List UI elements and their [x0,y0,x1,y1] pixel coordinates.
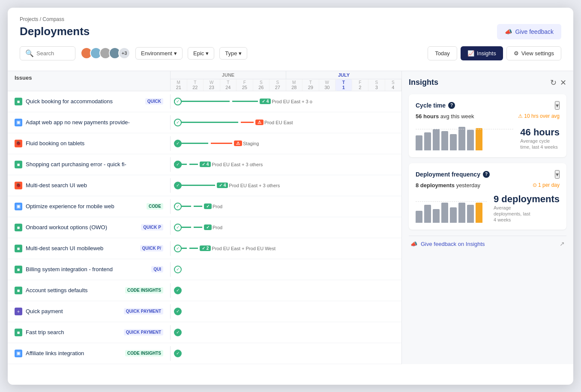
day-cell: F2 [352,79,369,91]
sub-label: Average deployments, last 4 weeks [494,205,532,223]
type-filter[interactable]: Type ▾ [219,47,247,60]
deploy-text: Prod EU East + Prod EU West [212,246,276,251]
view-settings-button[interactable]: ⚙ View settings [506,46,561,60]
chart-icon: 📈 [467,50,474,57]
search-box[interactable]: 🔍 [20,46,75,60]
warning-text: ⊙ 1 per day [533,182,560,188]
check-circle: ✓ [174,182,182,189]
story-icon: ■ [15,329,22,336]
day-cell: W30 [319,79,336,91]
big-number: 46 hours [520,127,560,138]
top-bar: Projects / Compass Deployments 📣 Give fe… [8,8,573,71]
chart-bar [441,203,448,223]
check-circle: ✓ [174,140,182,147]
issue-name: Multi-dest search UI mobileweb [26,245,135,251]
bar-segment [189,164,198,165]
chart-container: 9 deployments Average deployments, last … [416,194,560,223]
card-expand-button[interactable]: ▾ [555,170,560,179]
bar-group [416,125,513,150]
check-circle: ✓ [174,98,182,105]
deploy-text: Prod EU East [264,120,293,125]
issue-name: Onboard workout options (OWO) [26,224,136,230]
insights-header: Insights ↻ ✕ [409,78,566,87]
chart-bars [416,197,487,223]
table-row: ■ Fast trip search QUICK PAYMENT ‹ ✓ [8,322,401,343]
chevron-down-icon: ▾ [206,50,209,57]
table-row: 🐞 Multi-dest search UI web - ‹ ✓ ✓ 4 Pro… [8,175,401,196]
day-cell: T22 [187,79,204,91]
view-settings-label: View settings [521,50,554,57]
table-row: ■ Onboard workout options (OWO) QUICK P … [8,217,401,238]
deploy-tag: ✓ 2 [200,245,211,251]
environment-filter[interactable]: Environment ▾ [135,47,183,60]
bar-cell: ‹ ✓ ✓ ⚠ Prod EU East [171,112,401,133]
bar-cell: ‹ ✓ ✓ ✓ Prod [171,217,401,238]
deploy-tag: ✓ 4 [200,162,211,167]
insights-feedback-row: 📣 Give feedback on Insights ↗ [409,236,566,247]
issue-name: Fast trip search [26,329,119,335]
insights-panel-title: Insights [409,78,438,87]
day-cell: M21 [171,79,187,91]
issue-tag: QUICK PAYMENT [124,308,163,314]
story-icon: ■ [15,287,22,294]
issue-cell: ■ Quick booking for accommodations QUICK [8,94,171,109]
issue-name: Adapt web app no new payments provide- [26,119,163,126]
today-button[interactable]: Today [428,46,457,60]
settings-icon: ⚙ [514,50,519,57]
calendar-header: JUNE JULY M21 T22 W23 T24 F25 S26 S27 M2… [171,71,401,91]
megaphone-icon: 📣 [410,241,417,247]
issue-cell: ▣ Adapt web app no new payments provide- [8,115,171,130]
help-icon[interactable]: ? [448,102,455,109]
june-label: JUNE [171,71,286,79]
issue-cell: ▣ Affiliate links integration CODE INSIG… [8,346,171,361]
refresh-button[interactable]: ↻ [550,78,557,87]
gantt-section: Issues JUNE JULY M21 T22 W23 T24 F25 S26… [8,71,402,364]
chart-bar [424,132,431,150]
issue-tag: QUICK P [141,224,163,230]
table-row: ▣ Affiliate links integration CODE INSIG… [8,343,401,364]
avg-hours: 56 hours [416,113,439,120]
issue-name: Optimize experience for mobile web [26,203,141,209]
chevron-down-icon: ▾ [239,50,242,57]
deploy-tag: ✓ [204,203,212,209]
july-label: JULY [286,71,401,79]
check-circle: ✓ [174,329,182,336]
deploy-text: Prod EU East + 3 o [272,99,312,104]
card-expand-button[interactable]: ▾ [555,101,560,110]
issue-tag: CODE INSIGHTS [125,350,163,356]
check-circle: ✓ [174,266,182,273]
bar-cell: ‹ ✓ ✓ ✓ ✓ 4 Prod EU East + 3 others [171,154,401,175]
avatar-more: +3 [118,47,130,59]
chart-bars [416,125,513,150]
search-input[interactable] [36,50,71,57]
toolbar-row: 🔍 +3 Environment ▾ Epic ▾ Type ▾ [20,46,561,66]
external-link-icon[interactable]: ↗ [560,240,565,247]
story-icon: ■ [15,161,22,168]
give-feedback-button[interactable]: 📣 Give feedback [497,24,562,39]
issue-cell: ■ Onboard workout options (OWO) QUICK P [8,220,171,235]
insights-button[interactable]: 📈 Insights [461,46,503,60]
task-icon: ▣ [15,203,22,210]
close-insights-button[interactable]: ✕ [560,78,566,87]
issue-tag: QUICK [145,98,163,105]
card-header: Cycle time ? ▾ [416,101,560,110]
epic-filter[interactable]: Epic ▾ [188,47,214,60]
epic-label: Epic [193,50,204,57]
issue-tag: CODE INSIGHTS [125,287,163,293]
table-row: ■ Quick booking for accommodations QUICK… [8,91,401,112]
check-circle: ✓ [174,245,182,252]
chart-bar [416,211,422,223]
breadcrumb: Projects / Compass [20,16,561,22]
day-cell: S27 [270,79,286,91]
table-row: 🐞 Fluid booking on tablets ‹ ✓ ⚠ Staging [8,133,401,154]
bar-segment [178,101,230,102]
issue-name: Account settings defaults [26,287,120,293]
help-icon[interactable]: ? [483,171,490,178]
insights-feedback-link[interactable]: 📣 Give feedback on Insights [410,241,485,247]
issue-cell: ■ Shopping cart purchasing error - quick… [8,157,171,172]
card-header: Deployment frequency ? ▾ [416,170,560,179]
page-title-row: Deployments 📣 Give feedback [20,24,561,39]
bar-cell: ‹ ✓ ⚠ Staging [171,133,401,154]
avg-deploys: 8 deployments [416,182,455,189]
deploy-text: Prod [213,204,222,209]
